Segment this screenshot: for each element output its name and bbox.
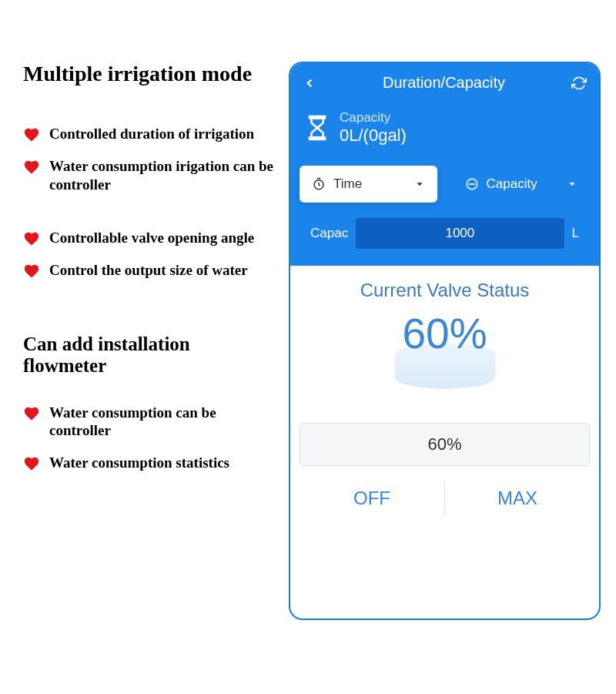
tab-time[interactable]: Time <box>300 166 437 203</box>
hourglass-icon <box>306 114 329 142</box>
tab-label: Capacity <box>487 176 560 192</box>
tabs-section: Time Capacity Capac 1000 L <box>290 166 599 266</box>
heart-icon <box>23 455 40 472</box>
capacity-header: Capacity 0L/(0gal) <box>290 102 599 166</box>
left-panel: Multiple irrigation mode Controlled dura… <box>23 62 289 620</box>
heart-icon <box>23 159 40 176</box>
tab-label: Time <box>333 176 407 192</box>
tabs-row: Time Capacity <box>300 166 590 203</box>
feature-item: Water consumption can be controller <box>23 404 273 441</box>
feature-item: Water consumption irigation can be contr… <box>23 157 273 194</box>
feature-text: Controlled duration of irrigation <box>49 125 254 143</box>
feature-item: Control the output size of water <box>23 261 273 280</box>
heading-flowmeter: Can add installation flowmeter <box>23 334 273 377</box>
off-button[interactable]: OFF <box>300 475 444 521</box>
feature-text: Water consumption irigation can be contr… <box>49 157 273 194</box>
feature-text: Controllable valve opening angle <box>49 229 254 247</box>
input-prefix: Capac <box>310 226 348 241</box>
feature-item: Controllable valve opening angle <box>23 229 273 247</box>
off-max-row: OFF MAX <box>300 475 590 521</box>
tab-capacity[interactable]: Capacity <box>453 166 591 203</box>
svg-marker-6 <box>570 183 575 186</box>
heart-icon <box>23 405 40 422</box>
heart-icon <box>23 263 40 280</box>
phone-header: Duration/Capacity <box>290 63 599 102</box>
refresh-icon[interactable] <box>571 75 587 91</box>
feature-text: Control the output size of water <box>49 261 248 280</box>
valve-gauge: 60% <box>300 309 590 409</box>
feature-text: Water consumption can be controller <box>49 404 273 441</box>
back-icon[interactable] <box>303 76 316 90</box>
capacity-info: Capacity 0L/(0gal) <box>340 110 407 146</box>
capacity-label: Capacity <box>340 110 407 126</box>
valve-status-section: Current Valve Status 60% 60% OFF MAX <box>290 266 599 521</box>
valve-status-title: Current Valve Status <box>300 280 590 301</box>
valve-slider[interactable]: 60% <box>300 423 590 466</box>
chevron-down-icon <box>414 179 425 189</box>
svg-marker-3 <box>417 183 422 186</box>
capacity-value: 0L/(0gal) <box>340 126 407 146</box>
phone-title: Duration/Capacity <box>383 74 505 92</box>
capacity-icon <box>465 177 479 191</box>
heading-irrigation-mode: Multiple irrigation mode <box>23 62 273 86</box>
heart-icon <box>23 126 40 143</box>
max-button[interactable]: MAX <box>445 475 590 521</box>
capacity-input-row: Capac 1000 L <box>300 218 590 256</box>
feature-text: Water consumption statistics <box>49 454 229 472</box>
valve-percentage: 60% <box>300 309 590 358</box>
heart-icon <box>23 230 40 247</box>
chevron-down-icon <box>567 179 578 189</box>
clock-icon <box>312 177 326 191</box>
phone-frame: Duration/Capacity Capacity 0L/(0gal) Tim… <box>289 62 601 620</box>
input-suffix: L <box>572 226 579 241</box>
capacity-input[interactable]: 1000 <box>356 218 564 249</box>
feature-item: Controlled duration of irrigation <box>23 125 273 143</box>
feature-item: Water consumption statistics <box>23 454 273 472</box>
